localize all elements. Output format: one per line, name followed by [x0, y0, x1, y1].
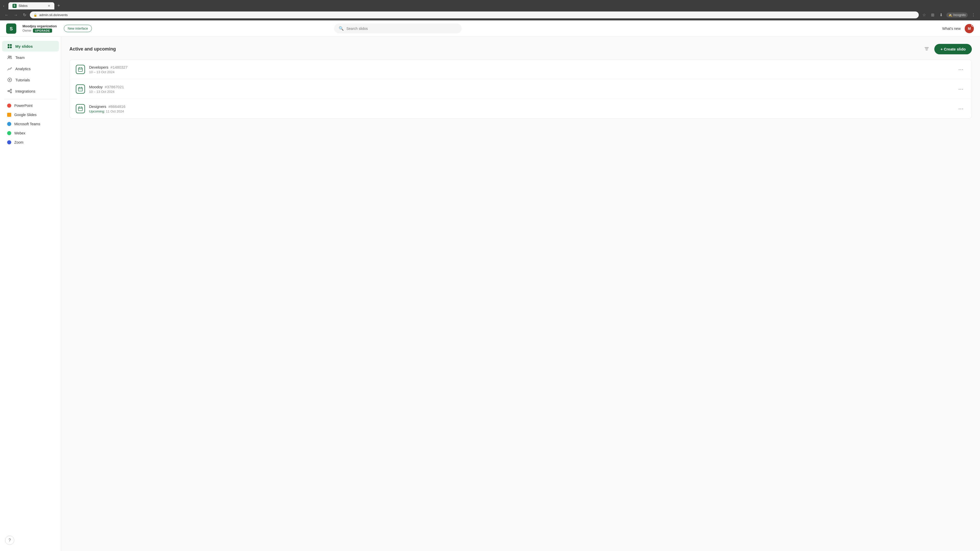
sidebar-item-label: Analytics — [15, 67, 30, 71]
table-row: Developers #1480327 10 – 13 Oct 2024 ⋯ — [70, 60, 972, 79]
event-info: Moodoy #37867021 10 – 13 Oct 2024 — [89, 85, 952, 94]
event-id: #8664816 — [108, 104, 126, 109]
incognito-icon: 🕵 — [948, 13, 952, 17]
browser-toolbar: ← → ↻ 🔒 admin.sli.do/events ☆ ⊞ ⬇ 🕵 Inco… — [0, 10, 980, 21]
event-title: Developers — [89, 65, 108, 69]
event-more-button[interactable]: ⋯ — [956, 65, 966, 73]
avatar-initials: M — [968, 27, 971, 30]
browser-chrome: ‹ S Slidos ✕ + ← → ↻ 🔒 admin.sli.do/even… — [0, 0, 980, 21]
integration-label: Microsoft Teams — [14, 122, 40, 126]
svg-rect-3 — [10, 44, 12, 46]
sidebar-item-team[interactable]: Team — [2, 52, 59, 63]
sidebar-divider — [4, 99, 57, 99]
address-bar[interactable]: 🔒 admin.sli.do/events — [30, 11, 919, 18]
whats-new-link[interactable]: What's new — [942, 27, 961, 30]
slido-logo-icon: S — [6, 24, 16, 34]
svg-rect-18 — [78, 68, 83, 71]
team-icon — [7, 55, 12, 60]
event-info: Designers #8664816 Upcoming: 11 Oct 2024 — [89, 104, 952, 113]
svg-text:S: S — [10, 26, 13, 32]
filter-button[interactable] — [922, 44, 931, 54]
tab-favicon: S — [13, 4, 17, 8]
tab-back-button[interactable]: ‹ — [2, 3, 5, 9]
svg-point-10 — [8, 91, 9, 92]
sidebar-integration-google-slides[interactable]: Google Slides — [2, 110, 59, 119]
tab-nav-buttons: ‹ — [2, 3, 5, 9]
header-actions: + Create slido — [922, 44, 972, 54]
app-container: S Moodjoy organization Owner UPGRADE New… — [0, 21, 980, 551]
incognito-label: Incognito — [953, 13, 966, 17]
integration-label: Zoom — [14, 140, 24, 144]
tab-bar: ‹ S Slidos ✕ + — [0, 0, 980, 10]
main-layout: My slidos Team — [0, 37, 980, 551]
back-button[interactable]: ← — [3, 12, 10, 18]
search-bar[interactable]: 🔍 — [334, 24, 462, 33]
search-icon: 🔍 — [339, 26, 344, 31]
svg-line-14 — [9, 91, 11, 92]
reload-button[interactable]: ↻ — [21, 11, 28, 18]
integration-label: Webex — [14, 131, 25, 135]
sidebar-integration-webex[interactable]: Webex — [2, 129, 59, 138]
app-header: S Moodjoy organization Owner UPGRADE New… — [0, 21, 980, 37]
analytics-icon — [7, 66, 12, 71]
content-header: Active and upcoming + Create slido — [69, 44, 972, 54]
event-date: 10 – 13 Oct 2024 — [89, 70, 952, 74]
event-title: Moodoy — [89, 85, 103, 89]
section-title: Active and upcoming — [69, 46, 116, 52]
event-name: Developers #1480327 — [89, 65, 952, 69]
event-more-button[interactable]: ⋯ — [956, 105, 966, 113]
browser-tab[interactable]: S Slidos ✕ — [8, 2, 54, 10]
org-name: Moodjoy organization — [22, 24, 57, 28]
svg-point-7 — [10, 56, 11, 57]
calendar-icon — [76, 104, 85, 113]
sidebar-integration-powerpoint[interactable]: PowerPoint — [2, 101, 59, 110]
sidebar-item-integrations[interactable]: Integrations — [2, 86, 59, 97]
sidebar-item-tutorials[interactable]: Tutorials — [2, 75, 59, 85]
url-text: admin.sli.do/events — [39, 13, 68, 17]
integrations-icon — [7, 89, 12, 94]
table-row: Moodoy #37867021 10 – 13 Oct 2024 ⋯ — [70, 79, 972, 99]
header-right: What's new M — [942, 24, 974, 33]
microsoft-teams-icon — [7, 122, 11, 126]
event-date-value: 11 Oct 2024 — [106, 110, 124, 113]
help-button[interactable]: ? — [5, 536, 14, 545]
org-role-row: Owner UPGRADE — [22, 29, 57, 33]
svg-rect-5 — [10, 46, 12, 48]
menu-button[interactable]: ⋮ — [970, 11, 977, 18]
bookmark-button[interactable]: ☆ — [921, 11, 928, 18]
svg-rect-2 — [8, 44, 10, 46]
new-interface-button[interactable]: New interface — [64, 25, 92, 32]
download-button[interactable]: ⬇ — [938, 11, 944, 18]
svg-marker-9 — [9, 79, 11, 81]
sidebar-item-label: Integrations — [15, 89, 35, 94]
integration-label: Google Slides — [14, 113, 37, 117]
tab-close-button[interactable]: ✕ — [48, 4, 50, 8]
svg-rect-26 — [78, 107, 83, 111]
tutorials-icon — [7, 77, 12, 83]
security-icon: 🔒 — [33, 13, 37, 17]
event-date: 10 – 13 Oct 2024 — [89, 90, 952, 94]
org-section: Moodjoy organization Owner UPGRADE — [22, 24, 57, 33]
sidebar-item-analytics[interactable]: Analytics — [2, 63, 59, 74]
sidebar: My slidos Team — [0, 37, 61, 551]
filter-icon — [924, 46, 929, 51]
sidebar-integration-microsoft-teams[interactable]: Microsoft Teams — [2, 120, 59, 128]
forward-button[interactable]: → — [12, 12, 19, 18]
event-id: #1480327 — [110, 65, 127, 69]
sidebar-integration-zoom[interactable]: Zoom — [2, 138, 59, 147]
google-slides-icon — [7, 113, 11, 117]
event-more-button[interactable]: ⋯ — [956, 85, 966, 93]
new-tab-button[interactable]: + — [56, 2, 62, 10]
upgrade-badge[interactable]: UPGRADE — [33, 29, 52, 33]
sidebar-item-label: Tutorials — [15, 78, 30, 82]
main-content: Active and upcoming + Create slido — [61, 37, 980, 551]
calendar-icon — [76, 65, 85, 74]
tab-title: Slidos — [19, 4, 27, 8]
avatar[interactable]: M — [965, 24, 974, 33]
create-slido-button[interactable]: + Create slido — [934, 44, 972, 54]
slido-logo: S — [6, 24, 16, 34]
search-input[interactable] — [346, 27, 457, 30]
extensions-button[interactable]: ⊞ — [929, 11, 936, 18]
grid-icon — [7, 44, 12, 49]
sidebar-item-my-slidos[interactable]: My slidos — [2, 41, 59, 52]
